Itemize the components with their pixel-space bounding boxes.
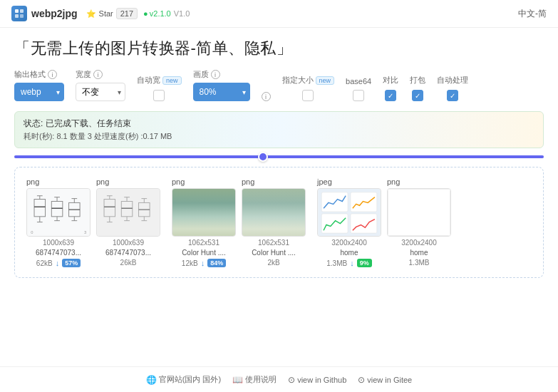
image-card-1: png	[26, 177, 91, 267]
width-select[interactable]: 不变 800 1200	[76, 83, 125, 101]
footer-link-github[interactable]: ⊙ view in Github	[288, 374, 346, 385]
gallery-group-3: jpeg 32	[317, 177, 451, 267]
width-group: 宽度 i 不变 800 1200	[76, 69, 125, 101]
controls-section: 输出格式 i webp jpg png 宽度 i 不变 800	[0, 66, 558, 107]
compare-checkbox[interactable]: ✓	[385, 90, 396, 101]
specify-size-checkbox[interactable]	[302, 90, 314, 101]
size-row-3: 12kB ↓ 84%	[182, 259, 226, 267]
gallery-section: png	[14, 167, 544, 278]
size-row-2: 26kB	[120, 259, 137, 267]
star-count: 217	[116, 8, 138, 19]
image-card-5: jpeg 32	[317, 177, 381, 267]
image-dims-3: 1062x531	[188, 239, 219, 247]
download-icon-3[interactable]: ↓	[201, 259, 205, 267]
download-icon-1[interactable]: ↓	[56, 259, 60, 267]
footer-gitee-text: view in Gitee	[367, 376, 412, 384]
pack-label: 打包	[410, 75, 425, 86]
output-format-select[interactable]: webp jpg png	[14, 83, 64, 101]
svg-rect-46	[321, 214, 348, 233]
auto-process-label: 自动处理	[437, 75, 468, 86]
logo: webp2jpg	[11, 6, 78, 21]
image-filename-2: 6874747073...	[105, 249, 151, 257]
image-type-1: png	[26, 177, 39, 186]
logo-icon	[11, 6, 27, 21]
auto-width-label: 自动宽 new	[137, 75, 182, 86]
pack-checkbox[interactable]: ✓	[412, 90, 423, 101]
version-badge: ●	[143, 9, 148, 18]
image-dims-4: 1062x531	[258, 239, 289, 247]
globe-icon: 🌐	[146, 375, 157, 385]
footer-github-text: view in Github	[297, 376, 346, 384]
auto-width-group: 自动宽 new	[137, 75, 182, 101]
image-type-6: png	[387, 177, 400, 186]
logo-text: webp2jpg	[31, 8, 78, 19]
image-card-2: png	[96, 177, 160, 267]
lang-switcher[interactable]: 中文-简	[518, 8, 547, 20]
image-thumb-4	[242, 188, 306, 237]
version-text: v2.1.0	[150, 9, 171, 18]
width-label: 宽度 i	[76, 69, 125, 80]
image-thumb-5	[317, 188, 381, 237]
image-dims-5: 3200x2400	[331, 239, 367, 247]
output-format-group: 输出格式 i webp jpg png	[14, 69, 64, 101]
auto-process-checkbox[interactable]: ✓	[447, 90, 458, 101]
compression-badge-1: 57%	[62, 259, 81, 267]
footer-site-text: 官网站(国内 国外)	[159, 374, 221, 385]
svg-rect-2	[15, 14, 19, 18]
image-card-6: png 3200x2400 home 1.3MB	[387, 177, 451, 267]
width-select-wrapper[interactable]: 不变 800 1200	[76, 83, 125, 101]
quality-info-icon[interactable]: i	[211, 70, 220, 79]
auto-width-checkbox[interactable]	[153, 90, 165, 101]
star-icon: ⭐	[86, 9, 96, 19]
base64-checkbox[interactable]	[353, 90, 364, 101]
title-section: 「无需上传的图片转换器-简单、隐私」	[0, 28, 558, 66]
quality-select[interactable]: 80% 60% 100%	[193, 83, 250, 101]
image-type-3: png	[172, 177, 185, 186]
image-thumb-3	[172, 188, 236, 237]
gallery-group-2: png 1062x531 Color Hunt .... 12kB ↓ 84% …	[172, 177, 306, 267]
compare-label: 对比	[383, 75, 398, 86]
width-info-icon[interactable]: i	[93, 70, 103, 79]
svg-text:3: 3	[84, 230, 86, 234]
output-format-info-icon[interactable]: i	[48, 70, 57, 79]
svg-rect-1	[20, 9, 24, 13]
image-filename-5: home	[340, 249, 358, 257]
size-original-5: 1.3MB	[326, 259, 347, 267]
progress-section	[0, 153, 558, 164]
size-original-1: 62kB	[36, 259, 53, 267]
compare-group: 对比 ✓	[383, 75, 398, 101]
download-icon-5[interactable]: ↓	[350, 259, 354, 267]
status-section: 状态: 已完成下载、任务结束 耗时(秒): 8.1 数量 3 处理速度(秒) :…	[14, 111, 544, 148]
quality-extra-info-icon[interactable]: i	[262, 92, 271, 101]
star-label: Star	[99, 9, 113, 18]
gallery-grid: png	[26, 177, 532, 267]
svg-text:0: 0	[31, 230, 33, 234]
size-row-1: 62kB ↓ 57%	[36, 259, 81, 267]
size-row-4: 2kB	[267, 259, 279, 267]
svg-rect-48	[351, 214, 377, 233]
version2-text: V1.0	[174, 9, 190, 18]
size-original-6: 1.3MB	[409, 259, 430, 267]
auto-process-group: 自动处理 ✓	[437, 75, 468, 101]
output-format-select-wrapper[interactable]: webp jpg png	[14, 83, 64, 101]
gitee-icon: ⊙	[358, 375, 365, 385]
progress-track	[14, 155, 544, 158]
image-thumb-1: 0 3	[26, 188, 91, 237]
image-dims-1: 1000x639	[43, 239, 74, 247]
image-dims-6: 3200x2400	[401, 239, 437, 247]
progress-dot[interactable]	[258, 152, 268, 162]
quality-select-wrapper[interactable]: 80% 60% 100%	[193, 83, 250, 101]
footer-link-gitee[interactable]: ⊙ view in Gitee	[358, 374, 412, 385]
image-type-5: jpeg	[317, 177, 332, 186]
main-title: 「无需上传的图片转换器-简单、隐私」	[14, 38, 544, 59]
image-card-4: png 1062x531 Color Hunt .... 2kB	[242, 177, 306, 267]
footer-link-docs[interactable]: 📖 使用说明	[232, 374, 277, 385]
github-badge: ⭐ Star 217	[86, 8, 138, 19]
footer-link-site[interactable]: 🌐 官网站(国内 国外)	[146, 374, 221, 385]
quality-group: 画质 i 80% 60% 100%	[193, 69, 250, 101]
footer-docs-text: 使用说明	[245, 374, 277, 385]
quality-label: 画质 i	[193, 69, 250, 80]
image-type-4: png	[242, 177, 254, 186]
pack-group: 打包 ✓	[410, 75, 425, 101]
footer: 🌐 官网站(国内 国外) 📖 使用说明 ⊙ view in Github ⊙ v…	[0, 366, 558, 392]
